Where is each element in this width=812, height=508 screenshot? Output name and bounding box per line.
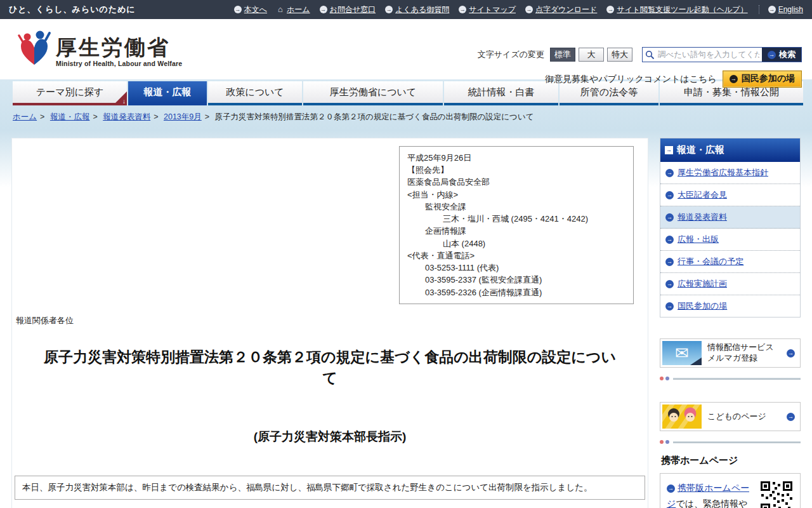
kids-page-banner[interactable]: こどものページ → xyxy=(660,402,801,431)
link-faq[interactable]: よくある御質問 xyxy=(395,4,449,15)
sidebar-item-participation[interactable]: →国民参加の場 xyxy=(660,295,800,317)
contact-line: 医薬食品局食品安全部 xyxy=(407,176,625,188)
participation-arrow-icon: → xyxy=(730,75,738,83)
chevron-down-icon: ↓ xyxy=(122,98,126,105)
site-header: 厚生労働省 Ministry of Health, Labour and Wel… xyxy=(0,19,812,79)
circle-arrow-icon: → xyxy=(768,6,776,13)
font-size-label: 文字サイズの変更 xyxy=(478,49,544,60)
sidebar-item-pr-policy[interactable]: →厚生労働省広報基本指針 xyxy=(660,162,800,184)
content-area: 平成25年9月26日 【照会先】 医薬食品局食品安全部 <担当・内線> 監視安全… xyxy=(0,130,812,508)
link-english[interactable]: English xyxy=(778,5,803,14)
press-menu: → 報道・広報 →厚生労働省広報基本指針 →大臣記者会見 →報道発表資料 →広報… xyxy=(660,138,801,318)
search-box: →検索 xyxy=(642,47,802,62)
main-article: 平成25年9月26日 【照会先】 医薬食品局食品安全部 <担当・内線> 監視安全… xyxy=(11,138,648,508)
sidebar: → 報道・広報 →厚生労働省広報基本指針 →大臣記者会見 →報道発表資料 →広報… xyxy=(660,138,801,508)
mail-magazine-icon: ✉ xyxy=(662,341,702,365)
svg-text:✉: ✉ xyxy=(675,344,689,363)
circle-arrow-icon: → xyxy=(525,6,533,13)
contact-line: 03-3595-2326 (企画情報課直通) xyxy=(407,286,625,298)
circle-arrow-icon: → xyxy=(234,6,242,13)
page-body-band: テーマ別に探す ↓ 報道・広報 政策について 厚生労働省について 統計情報・白書… xyxy=(0,79,812,508)
home-icon: ⌂ xyxy=(277,6,284,13)
link-accessibility-tool[interactable]: サイト閲覧支援ツール起動（ヘルプ） xyxy=(617,4,747,15)
contact-line: <代表・直通電話> xyxy=(407,250,625,262)
sidebar-item-pr-plan[interactable]: →広報実施計画 xyxy=(660,273,800,295)
sidebar-item-events[interactable]: →行事・会議の予定 xyxy=(660,251,800,273)
link-to-main-content[interactable]: 本文へ xyxy=(244,4,267,15)
menu-item-arrow-icon: → xyxy=(665,169,674,177)
circle-arrow-icon: → xyxy=(320,6,327,13)
qr-code xyxy=(759,480,794,508)
search-icon xyxy=(645,50,655,60)
breadcrumb-month[interactable]: 2013年9月 xyxy=(164,112,202,121)
contact-line: 山本 (2448) xyxy=(407,237,625,250)
mhlw-logo[interactable]: 厚生労働省 Ministry of Health, Labour and Wel… xyxy=(18,29,182,67)
circle-arrow-icon: → xyxy=(606,6,614,13)
menu-item-arrow-icon: → xyxy=(665,280,674,288)
tab-theme-search[interactable]: テーマ別に探す ↓ xyxy=(13,81,127,105)
announcement-box: 本日、原子力災害対策本部は、昨日までの検査結果から、福島県に対し、福島県下郷町で… xyxy=(15,476,645,500)
page-title: 原子力災害対策特別措置法第２０条第２項の規定に基づく食品の出荷制限の設定について xyxy=(41,347,619,389)
contact-line: 平成25年9月26日 xyxy=(407,152,625,164)
public-comment-text: 御意見募集やパブリックコメントはこちら xyxy=(545,74,717,85)
menu-header-arrow-icon: → xyxy=(665,146,673,154)
menu-item-arrow-icon: → xyxy=(665,191,674,199)
search-button[interactable]: →検索 xyxy=(762,48,801,62)
salutation: 報道関係者各位 xyxy=(16,315,648,326)
header-tools: 文字サイズの変更 標準 大 特大 →検索 御意見募集やパブリックコメントはこちら… xyxy=(478,47,802,88)
breadcrumb: ホーム 報道・広報 報道発表資料 2013年9月 原子力災害対策特別措置法第２０… xyxy=(0,105,812,130)
tab-press[interactable]: 報道・広報 xyxy=(128,81,207,105)
contact-line: 三木・塩川・西城 (2495・4241・4242) xyxy=(407,213,625,225)
circle-arrow-icon: → xyxy=(385,6,393,13)
banner-arrow-icon: → xyxy=(787,349,795,358)
menu-item-arrow-icon: → xyxy=(665,236,674,244)
breadcrumb-current-page: 原子力災害対策特別措置法第２０条第２項の規定に基づく食品の出荷制限の設定について xyxy=(215,112,534,121)
font-size-large-button[interactable]: 大 xyxy=(579,48,604,62)
search-input[interactable] xyxy=(643,48,762,62)
mhlw-logo-icon xyxy=(18,29,51,67)
font-size-standard-button[interactable]: 標準 xyxy=(550,48,575,62)
press-menu-header[interactable]: → 報道・広報 xyxy=(660,138,800,162)
search-go-arrow-icon: → xyxy=(768,51,776,59)
menu-item-arrow-icon: → xyxy=(665,258,674,266)
mobile-homepage-box: →携帯版ホームページでは、緊急情報や厚生労働省のご案内などを掲載しています。 xyxy=(660,473,801,508)
tab-policy[interactable]: 政策について xyxy=(208,81,302,105)
sidebar-item-minister-press[interactable]: →大臣記者会見 xyxy=(660,184,800,206)
mobile-homepage-heading: 携帯ホームページ xyxy=(661,455,801,467)
circle-arrow-icon: → xyxy=(459,6,466,13)
font-size-xlarge-button[interactable]: 特大 xyxy=(607,48,632,62)
banner-label: 情報配信サービス メルマガ登録 xyxy=(702,342,787,364)
mobile-homepage-text: では、緊急情報や厚生労働省のご案内などを掲載しています。 xyxy=(667,498,766,508)
link-home[interactable]: ホーム xyxy=(287,4,310,15)
breadcrumb-press-releases[interactable]: 報道発表資料 xyxy=(103,112,150,121)
menu-item-arrow-icon: → xyxy=(665,213,674,222)
link-braille-download[interactable]: 点字ダウンロード xyxy=(535,4,597,15)
contact-line: <担当・内線> xyxy=(407,189,625,201)
divider xyxy=(660,376,801,381)
tab-about-mhlw[interactable]: 厚生労働省について xyxy=(303,81,443,105)
breadcrumb-press[interactable]: 報道・広報 xyxy=(50,112,90,121)
public-participation-button[interactable]: →国民参加の場 xyxy=(723,70,802,88)
contact-line: 03-5253-1111 (代表) xyxy=(407,262,625,274)
contact-line: 【照会先】 xyxy=(407,164,625,176)
menu-item-arrow-icon: → xyxy=(665,302,674,311)
kids-page-icon xyxy=(662,404,702,429)
banner-arrow-icon: → xyxy=(787,413,795,421)
breadcrumb-home[interactable]: ホーム xyxy=(13,112,37,121)
contact-line: 企画情報課 xyxy=(407,225,625,237)
mobile-link-arrow-icon: → xyxy=(667,485,675,493)
link-sitemap[interactable]: サイトマップ xyxy=(469,4,516,15)
site-tagline: ひと、くらし、みらいのために xyxy=(9,4,136,15)
press-contact-box: 平成25年9月26日 【照会先】 医薬食品局食品安全部 <担当・内線> 監視安全… xyxy=(399,146,634,304)
utility-links: →本文へ ⌂ホーム →お問合せ窓口 →よくある御質問 →サイトマップ →点字ダウ… xyxy=(234,4,803,15)
contact-line: 03-3595-2337 (監視安全課直通) xyxy=(407,274,625,286)
sidebar-item-press-releases[interactable]: →報道発表資料 xyxy=(660,206,800,229)
mail-magazine-banner[interactable]: ✉ 情報配信サービス メルマガ登録 → xyxy=(660,338,801,368)
page-subtitle: (原子力災害対策本部長指示) xyxy=(12,429,648,445)
link-contact[interactable]: お問合せ窓口 xyxy=(330,4,376,15)
sidebar-item-publications[interactable]: →広報・出版 xyxy=(660,229,800,251)
logo-title: 厚生労働省 xyxy=(56,37,182,58)
banner-label: こどものページ xyxy=(702,411,787,422)
utility-bar: ひと、くらし、みらいのために →本文へ ⌂ホーム →お問合せ窓口 →よくある御質… xyxy=(0,0,812,19)
contact-line: 監視安全課 xyxy=(407,201,625,213)
